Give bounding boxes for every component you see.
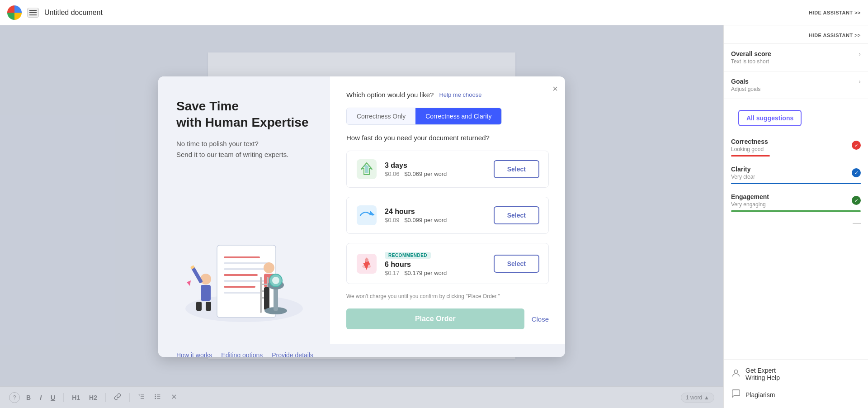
svg-rect-16 (224, 274, 258, 276)
overall-score-chevron: › (859, 50, 861, 57)
sidebar-hide-btn[interactable]: HIDE ASSISTANT >> (724, 25, 868, 44)
select-24hours-button[interactable]: Select (494, 206, 539, 224)
svg-point-44 (365, 258, 368, 262)
svg-rect-19 (224, 292, 262, 294)
correctness-category: Correctness Looking good ✓ (724, 133, 868, 161)
svg-rect-14 (224, 262, 269, 264)
svg-point-39 (272, 277, 279, 284)
editing-options-link[interactable]: Editing options (221, 351, 263, 357)
goals-title: Goals (731, 78, 760, 85)
svg-rect-21 (201, 285, 211, 301)
help-me-choose-link[interactable]: Help me choose (439, 91, 481, 98)
correctness-progress (731, 155, 770, 157)
goals-subtitle: Adjust goals (731, 86, 760, 92)
select-3days-button[interactable]: Select (494, 160, 539, 178)
close-modal-button[interactable]: Close (532, 315, 549, 323)
clarity-category: Clarity Very clear ✓ (724, 161, 868, 189)
svg-rect-23 (206, 302, 211, 311)
svg-rect-31 (260, 284, 269, 285)
svg-rect-34 (264, 287, 269, 310)
engagement-check-icon: ✓ (852, 196, 861, 205)
svg-point-20 (200, 274, 211, 285)
hide-assistant-button[interactable]: HIDE ASSISTANT >> (809, 10, 861, 15)
plan-24hours-icon (356, 204, 377, 226)
correctness-only-button[interactable]: Correctness Only (347, 108, 415, 124)
sidebar-overall-score[interactable]: Overall score Text is too short › (724, 44, 868, 71)
place-order-button[interactable]: Place Order (346, 308, 524, 329)
modal-subtitle: No time to polish your text?Send it to o… (176, 138, 312, 160)
svg-rect-29 (260, 277, 262, 313)
overall-score-title: Overall score (731, 50, 771, 57)
overall-score-subtitle: Text is too short (731, 58, 771, 65)
modal-overlay: × Save Timewith Human Expertise No time … (0, 25, 723, 408)
plan-3days-icon (356, 158, 377, 180)
svg-point-45 (734, 370, 737, 373)
plan-6hours-name: 6 hours (385, 261, 486, 269)
collapse-icon: — (724, 216, 868, 229)
correctness-status: Looking good (731, 146, 768, 152)
plan-3days-name: 3 days (385, 161, 486, 170)
logo (7, 5, 22, 20)
expert-writing-icon (731, 368, 741, 380)
note-text: We won't charge you until you confirm by… (346, 293, 549, 299)
svg-marker-25 (187, 280, 191, 286)
how-fast-text: How fast do you need your document retur… (346, 134, 549, 142)
recommended-badge: RECOMMENDED (385, 252, 431, 259)
illustration (176, 171, 312, 322)
svg-point-27 (264, 262, 274, 273)
provide-details-link[interactable]: Provide details (272, 351, 313, 357)
correctness-check-icon: ✓ (852, 141, 861, 150)
select-6hours-button[interactable]: Select (494, 255, 539, 273)
engagement-status: Very engaging (731, 201, 769, 208)
plagiarism-icon (731, 389, 741, 401)
hamburger-button[interactable] (27, 8, 39, 18)
how-it-works-link[interactable]: How it works (176, 351, 212, 357)
all-suggestions-button[interactable]: All suggestions (738, 110, 802, 126)
goals-chevron: › (859, 78, 861, 85)
clarity-progress (731, 183, 861, 184)
engagement-category: Engagement Very engaging ✓ (724, 189, 868, 216)
modal-close-button[interactable]: × (552, 84, 558, 94)
correctness-clarity-button[interactable]: Correctness and Clarity (415, 108, 501, 124)
svg-rect-13 (224, 256, 260, 258)
plan-24hours-price: $0.09 $0.099 per word (385, 217, 486, 223)
clarity-status: Very clear (731, 174, 755, 180)
doc-title: Untitled document (44, 9, 103, 17)
option-toggle: Correctness Only Correctness and Clarity (346, 108, 502, 125)
plan-24hours-name: 24 hours (385, 208, 486, 216)
expert-writing-link[interactable]: Get ExpertWriting Help (731, 367, 861, 381)
svg-rect-18 (224, 286, 255, 288)
plan-6hours-icon (356, 253, 377, 275)
svg-rect-22 (196, 302, 202, 311)
plan-24hours: 24 hours $0.09 $0.099 per word Select (346, 197, 549, 234)
which-option-text: Which option would you like? (346, 91, 434, 99)
engagement-progress (731, 210, 861, 212)
modal-title: Save Timewith Human Expertise (176, 98, 312, 131)
plan-6hours: RECOMMENDED 6 hours $0.17 $0.179 per wor… (346, 243, 549, 284)
svg-rect-36 (274, 286, 278, 311)
engagement-name: Engagement (731, 193, 769, 200)
plan-6hours-price: $0.17 $0.179 per word (385, 270, 486, 276)
expert-writing-text: Get ExpertWriting Help (745, 367, 780, 381)
sidebar-goals[interactable]: Goals Adjust goals › (724, 71, 868, 99)
plan-3days: 3 days $0.06 $0.069 per word Select (346, 151, 549, 188)
plan-3days-price: $0.06 $0.069 per word (385, 171, 486, 177)
clarity-name: Clarity (731, 166, 755, 173)
plagiarism-link[interactable]: Plagiarism (731, 389, 861, 401)
svg-rect-15 (224, 268, 264, 270)
clarity-check-icon: ✓ (852, 168, 861, 177)
plagiarism-text: Plagiarism (745, 391, 775, 399)
modal: × Save Timewith Human Expertise No time … (158, 76, 565, 357)
correctness-name: Correctness (731, 138, 768, 145)
